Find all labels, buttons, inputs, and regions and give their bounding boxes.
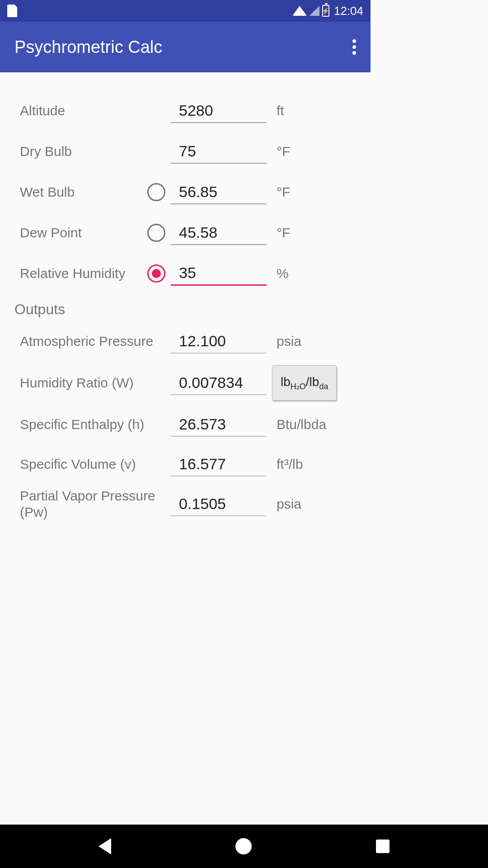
content-area: Altitude ft Dry Bulb °F Wet Bulb °F Dew … — [0, 72, 371, 524]
partial-vapor-pressure-unit: psia — [267, 496, 361, 512]
app-title: Psychrometric Calc — [14, 38, 162, 57]
app-bar: Psychrometric Calc — [0, 22, 371, 72]
partial-vapor-pressure-output[interactable] — [171, 492, 267, 516]
humidity-ratio-output[interactable] — [171, 371, 267, 395]
status-right: ⚡ 12:04 — [292, 4, 363, 18]
relative-humidity-unit: % — [267, 266, 361, 281]
partial-vapor-pressure-row: Partial Vapor Pressure (Pw) psia — [20, 484, 361, 524]
humidity-ratio-unit-button[interactable]: lbH₂O/lbda — [272, 365, 337, 401]
atmospheric-pressure-label: Atmospheric Pressure — [20, 334, 171, 349]
atmospheric-pressure-output[interactable] — [171, 330, 267, 354]
relative-humidity-radio[interactable] — [147, 264, 165, 283]
more-options-icon[interactable] — [352, 39, 356, 55]
dry-bulb-input[interactable] — [171, 140, 267, 164]
dew-point-unit: °F — [267, 225, 361, 241]
specific-volume-unit: ft³/lb — [267, 457, 361, 472]
wet-bulb-unit: °F — [267, 184, 361, 200]
outputs-header: Outputs — [14, 301, 361, 318]
relative-humidity-label: Relative Humidity — [20, 266, 142, 281]
humidity-ratio-label: Humidity Ratio (W) — [20, 375, 171, 391]
dry-bulb-unit: °F — [267, 144, 361, 159]
dry-bulb-label: Dry Bulb — [20, 144, 142, 159]
dew-point-label: Dew Point — [20, 225, 142, 241]
wet-bulb-input[interactable] — [171, 180, 267, 204]
status-time: 12:04 — [334, 4, 363, 18]
dew-point-radio[interactable] — [147, 224, 165, 242]
wet-bulb-radio[interactable] — [147, 183, 165, 201]
specific-enthalpy-row: Specific Enthalpy (h) Btu/lbda — [20, 405, 361, 444]
atmospheric-pressure-unit: psia — [267, 334, 361, 349]
specific-volume-output[interactable] — [171, 453, 267, 476]
battery-charging-icon: ⚡ — [322, 5, 329, 17]
cell-signal-icon — [310, 6, 319, 16]
specific-enthalpy-unit: Btu/lbda — [267, 417, 361, 432]
dew-point-row: Dew Point °F — [20, 212, 361, 253]
relative-humidity-row: Relative Humidity % — [20, 253, 361, 294]
altitude-input[interactable] — [171, 99, 267, 123]
dry-bulb-row: Dry Bulb °F — [20, 131, 361, 172]
relative-humidity-input[interactable] — [171, 261, 267, 286]
sd-card-icon — [7, 5, 17, 17]
status-left — [7, 5, 17, 17]
specific-volume-row: Specific Volume (v) ft³/lb — [20, 444, 361, 484]
wet-bulb-row: Wet Bulb °F — [20, 172, 361, 212]
dew-point-input[interactable] — [171, 221, 267, 245]
altitude-label: Altitude — [20, 103, 142, 118]
partial-vapor-pressure-label: Partial Vapor Pressure (Pw) — [20, 488, 171, 520]
altitude-row: Altitude ft — [20, 90, 361, 131]
specific-enthalpy-label: Specific Enthalpy (h) — [20, 417, 171, 432]
wifi-icon — [292, 6, 307, 16]
wet-bulb-label: Wet Bulb — [20, 184, 142, 200]
status-bar: ⚡ 12:04 — [0, 0, 371, 22]
humidity-ratio-row: Humidity Ratio (W) lbH₂O/lbda — [20, 361, 361, 405]
atmospheric-pressure-row: Atmospheric Pressure psia — [20, 321, 361, 361]
specific-enthalpy-output[interactable] — [171, 413, 267, 437]
altitude-unit: ft — [267, 103, 361, 118]
specific-volume-label: Specific Volume (v) — [20, 457, 171, 472]
